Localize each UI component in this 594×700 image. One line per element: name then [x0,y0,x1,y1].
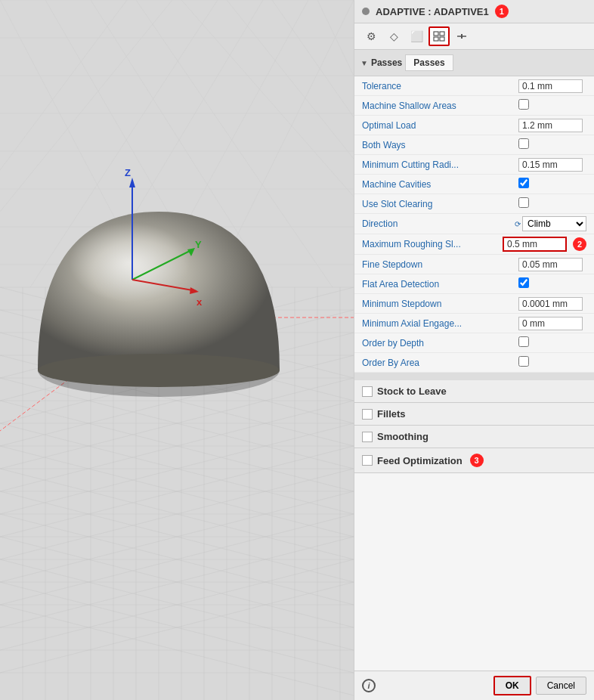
field-value-machine-shallow[interactable] [518,99,586,112]
field-label-min-stepdown: Minimum Stepdown [362,299,518,309]
svg-rect-100 [440,32,444,36]
field-label-both-ways: Both Ways [362,140,518,150]
tolerance-input[interactable] [518,79,583,93]
field-machine-shallow: Machine Shallow Areas [354,96,594,116]
stock-to-leave-row[interactable]: Stock to Leave [354,380,594,403]
min-cutting-input[interactable] [518,158,583,172]
geometry-icon-btn[interactable]: ◇ [383,26,404,46]
passes-section-header[interactable]: ▼ Passes Passes [354,50,594,76]
feed-opt-label: Feed Optimization [377,455,463,466]
field-value-fine-stepdown[interactable] [518,258,586,271]
field-machine-cavities: Machine Cavities [354,175,594,194]
field-value-optimal-load[interactable] [518,119,586,132]
min-stepdown-input[interactable] [518,297,583,311]
info-icon[interactable]: i [362,679,376,692]
field-label-order-area: Order By Area [362,358,518,368]
panel-title: ADAPTIVE : ADAPTIVE1 [376,6,489,17]
field-min-stepdown: Minimum Stepdown [354,294,594,314]
field-value-machine-cavities[interactable] [518,178,586,190]
feed-opt-checkbox[interactable] [362,455,373,466]
feed-opt-badge: 3 [470,454,484,467]
both-ways-checkbox[interactable] [518,138,529,149]
3d-viewport[interactable]: Z Y x [0,0,354,700]
field-direction: Direction ⟳ Climb Conventional [354,214,594,234]
feed-optimization-row[interactable]: Feed Optimization 3 [354,448,594,473]
collapse-triangle: ▼ [360,59,368,67]
svg-rect-99 [434,32,438,36]
field-label-fine-stepdown: Fine Stepdown [362,259,518,270]
use-slot-clearing-checkbox[interactable] [518,197,529,208]
order-area-checkbox[interactable] [518,356,529,367]
flat-area-checkbox[interactable] [518,277,529,288]
svg-text:Z: Z [125,167,131,178]
svg-rect-105 [461,34,463,39]
tool-icon-btn[interactable]: ⚙ [360,26,382,46]
field-value-order-area[interactable] [518,356,586,369]
smoothing-row[interactable]: Smoothing [354,426,594,448]
smoothing-checkbox[interactable] [362,432,373,442]
field-value-min-stepdown[interactable] [518,297,586,311]
max-roughing-input[interactable] [503,237,567,252]
field-order-depth: Order by Depth [354,333,594,353]
direction-select[interactable]: Climb Conventional [522,216,586,231]
passes-icon-btn[interactable] [428,26,450,46]
cancel-button[interactable]: Cancel [536,677,586,695]
field-label-order-depth: Order by Depth [362,338,518,348]
svg-point-89 [38,354,280,387]
optimal-load-input[interactable] [518,119,583,132]
svg-rect-102 [440,37,444,41]
field-tolerance: Tolerance [354,76,594,96]
field-label-min-cutting: Minimum Cutting Radi... [362,160,518,170]
field-value-use-slot-clearing[interactable] [518,197,586,210]
field-label-tolerance: Tolerance [362,81,518,91]
stock-to-leave-label: Stock to Leave [377,386,447,397]
field-value-tolerance[interactable] [518,79,586,93]
stock-to-leave-checkbox[interactable] [362,386,373,397]
field-label-direction: Direction [362,218,515,229]
field-value-direction[interactable]: ⟳ Climb Conventional [515,216,586,231]
passes-tab[interactable]: Passes [405,54,453,71]
field-fine-stepdown: Fine Stepdown [354,255,594,274]
linking-icon-btn[interactable] [451,26,472,46]
field-optimal-load: Optimal Load [354,116,594,135]
panel-header: ADAPTIVE : ADAPTIVE1 1 [354,0,594,23]
machine-shallow-checkbox[interactable] [518,99,529,110]
panel-content: Tolerance Machine Shallow Areas Optimal … [354,76,594,671]
field-value-max-roughing[interactable]: 2 [503,237,586,252]
machine-cavities-checkbox[interactable] [518,178,529,188]
section-label: Passes [371,57,402,68]
field-both-ways: Both Ways [354,135,594,155]
field-label-flat-area: Flat Area Detection [362,279,518,290]
field-label-use-slot-clearing: Use Slot Clearing [362,199,518,209]
ok-button[interactable]: OK [493,676,531,695]
field-value-order-depth[interactable] [518,336,586,349]
field-value-min-cutting[interactable] [518,158,586,172]
max-roughing-badge: 2 [573,237,586,251]
field-flat-area: Flat Area Detection [354,274,594,294]
fillets-label: Fillets [377,408,406,420]
status-dot [362,8,370,15]
panel-toolbar: ⚙ ◇ ⬜ [354,23,594,50]
order-depth-checkbox[interactable] [518,336,529,347]
field-min-cutting: Minimum Cutting Radi... [354,155,594,175]
field-use-slot-clearing: Use Slot Clearing [354,194,594,214]
fine-stepdown-input[interactable] [518,258,583,271]
field-value-both-ways[interactable] [518,138,586,151]
field-value-flat-area[interactable] [518,277,586,290]
heights-icon-btn[interactable]: ⬜ [406,26,427,46]
field-label-min-axial: Minimum Axial Engage... [362,318,518,329]
svg-rect-101 [434,37,438,41]
properties-panel: ADAPTIVE : ADAPTIVE1 1 ⚙ ◇ ⬜ ▼ Passes Pa… [354,0,594,700]
field-order-area: Order By Area [354,353,594,373]
field-label-machine-cavities: Machine Cavities [362,179,518,190]
panel-footer: i OK Cancel [354,671,594,700]
fields-container: Tolerance Machine Shallow Areas Optimal … [354,76,594,373]
fillets-row[interactable]: Fillets [354,403,594,426]
field-max-roughing: Maximum Roughing Sl... 2 [354,234,594,255]
field-min-axial: Minimum Axial Engage... [354,314,594,333]
fillets-checkbox[interactable] [362,409,373,420]
min-axial-input[interactable] [518,317,583,330]
field-label-machine-shallow: Machine Shallow Areas [362,101,518,111]
svg-text:x: x [196,296,203,308]
field-value-min-axial[interactable] [518,317,586,330]
